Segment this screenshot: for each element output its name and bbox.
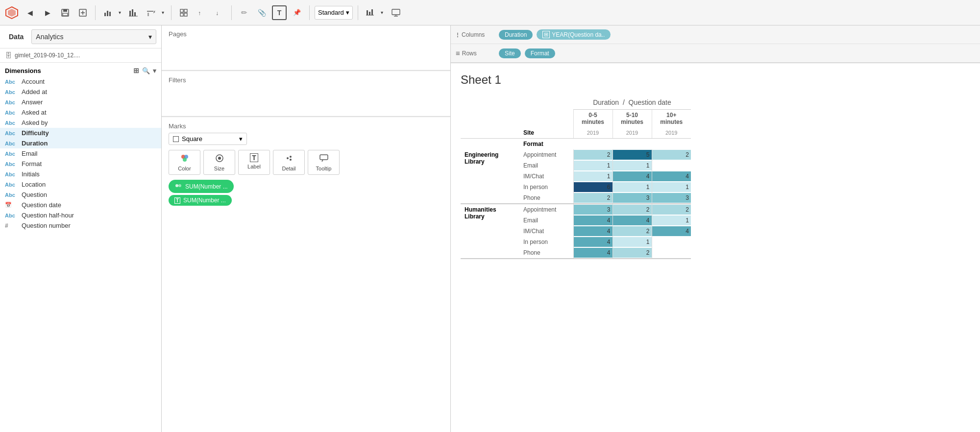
format-cell: Appointment [519,149,573,160]
sidebar-header: Data Analytics ▾ [0,25,161,48]
separator4 [309,5,310,20]
pin-button[interactable]: 📌 [290,5,304,20]
color-control[interactable]: Color [169,150,200,175]
value-cell: 4 [652,226,691,237]
dim-question[interactable]: Abc Question [0,190,161,200]
back-button[interactable]: ◀ [23,5,37,20]
format-cell: Email [519,160,573,171]
value-cell [652,247,691,259]
format-pill[interactable]: Format [525,48,555,58]
data-source-row[interactable]: 🗄 gimlet_2019-09-10_12.... [0,48,161,63]
paperclip-button[interactable]: 📎 [254,5,269,20]
separator2 [171,5,172,20]
app-logo [4,5,20,21]
svg-text:✗: ✗ [153,10,155,14]
dim-question-date[interactable]: 📅 Question date [0,200,161,210]
chart2-button[interactable] [126,5,141,20]
dim-location[interactable]: Abc Location [0,179,161,190]
value-cell: 2 [573,192,612,204]
chart-button[interactable] [100,5,115,20]
dim-account[interactable]: Abc Account [0,76,161,87]
new-datasource-button[interactable] [75,5,90,20]
value-cell: 6 [573,182,612,192]
value-cell: 4 [652,171,691,182]
marks-pill-2[interactable]: T SUM(Number ... [169,195,232,206]
presentation-button[interactable] [389,5,403,20]
rows-icon: ≡ [456,49,460,57]
dim-format[interactable]: Abc Format [0,159,161,169]
chart3-dropdown[interactable]: ▾ [159,5,166,20]
marks-pill-1[interactable]: SUM(Number ... [169,180,234,193]
text-button[interactable]: T [272,5,287,20]
toolbar: ◀ ▶ ▾ [0,0,980,25]
dim-initials[interactable]: Abc Initials [0,169,161,179]
marks-pills: SUM(Number ... T SUM(Number ... [169,180,443,206]
svg-rect-4 [63,13,68,16]
label-icon: T [250,153,258,162]
svg-rect-3 [63,9,67,12]
dim-asked-by[interactable]: Abc Asked by [0,118,161,128]
dim-duration[interactable]: Abc Duration [0,138,161,148]
value-cell: 1 [573,171,612,182]
year-2019-2: 2019 [612,127,652,139]
dim-added-at[interactable]: Abc Added at [0,87,161,97]
chart-dropdown[interactable]: ▾ [116,5,123,20]
tooltip-label: Tooltip [316,166,332,171]
dim-answer[interactable]: Abc Answer [0,97,161,107]
value-cell: 2 [612,204,652,215]
svg-point-38 [290,159,292,161]
viz-area: Sheet 1 Duration / Question date 0-5 min… [451,63,980,432]
grid-icon[interactable]: ⊞ [133,67,139,74]
forward-button[interactable]: ▶ [40,5,55,20]
marks-type-dropdown[interactable]: Square ▾ [169,133,247,145]
value-cell: 1 [612,182,652,192]
save-button[interactable] [58,5,73,20]
format-cell: IM/Chat [519,226,573,237]
svg-point-33 [183,158,187,162]
layout-button[interactable] [176,5,191,20]
sort-desc-button[interactable]: ↓ [212,5,226,20]
standard-dropdown[interactable]: Standard ▾ [315,6,353,20]
standard-label: Standard [318,9,344,16]
analytics-chevron: ▾ [148,33,152,41]
dim-difficulty[interactable]: Abc Difficulty [0,128,161,138]
datasource-icon: 🗄 [5,51,12,59]
chart3-button[interactable]: ✗ [144,5,158,20]
rows-shelf: ≡ Rows Site Format [451,44,980,63]
square-icon [173,136,179,142]
label-control[interactable]: T Label [238,150,270,175]
value-cell: 5 [612,149,652,160]
dim-question-half-hour[interactable]: Abc Question half-hour [0,210,161,220]
year-pill[interactable]: ⊞ YEAR(Question da.. [537,29,611,40]
site-pill[interactable]: Site [499,48,521,58]
dim-question-number[interactable]: # Question number [0,220,161,231]
duration-pill-label: Duration [505,31,527,38]
view-dropdown[interactable]: ▾ [379,5,386,20]
tooltip-icon [319,153,329,164]
duration-pill[interactable]: Duration [499,30,533,40]
tab-data[interactable]: Data [5,30,27,44]
dim-email[interactable]: Abc Email [0,148,161,159]
svg-rect-25 [369,12,370,15]
year-pill-label: YEAR(Question da.. [552,31,605,38]
dimensions-chevron[interactable]: ▾ [153,67,156,74]
value-cell: 1 [652,215,691,226]
detail-control[interactable]: Detail [273,150,305,175]
size-control[interactable]: Size [203,150,235,175]
sort-asc-button[interactable]: ↑ [194,5,209,20]
pill2-label: SUM(Number ... [183,197,226,204]
shelf-area: ⫶ Columns Duration ⊞ YEAR(Question da.. … [451,25,980,63]
value-cell: 4 [573,226,612,237]
search-icon[interactable]: 🔍 [142,67,150,74]
format-cell: Appointment [519,204,573,215]
format-cell: Email [519,215,573,226]
tooltip-control[interactable]: Tooltip [308,150,340,175]
separator [95,5,96,20]
view-button[interactable] [363,5,378,20]
dim-asked-at[interactable]: Abc Asked at [0,107,161,118]
pencil-button[interactable]: ✏ [237,5,251,20]
value-cell [652,160,691,171]
tab-analytics[interactable]: Analytics ▾ [31,29,156,44]
pages-section: Pages [162,25,450,71]
middle-panel: Pages Filters Marks Square ▾ [162,25,451,432]
